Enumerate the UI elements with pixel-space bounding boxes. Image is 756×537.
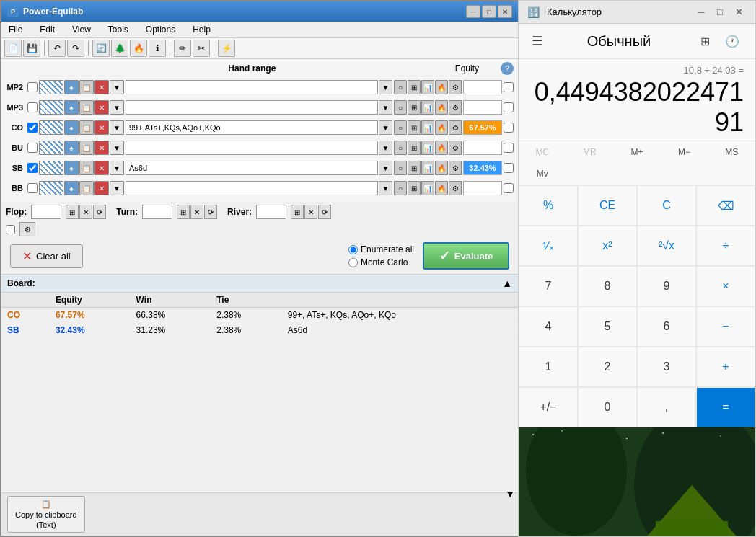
range-input-mp3[interactable]: [126, 100, 378, 115]
post-icon1-co[interactable]: ○: [394, 120, 407, 135]
post-icon1-mp2[interactable]: ○: [394, 80, 407, 94]
turn-clear-btn[interactable]: ✕: [190, 205, 203, 219]
suit-btn-bu[interactable]: ♠: [64, 141, 79, 155]
minimize-button[interactable]: ─: [466, 5, 480, 18]
suit-btn-mp2[interactable]: ♠: [64, 80, 79, 94]
range-dropdown-co[interactable]: ▼: [379, 120, 392, 135]
post-icon2-bb[interactable]: ⊞: [408, 181, 421, 195]
calc-btn-xxx[interactable]: +/−: [519, 387, 578, 427]
calc-grid-mode-btn[interactable]: ⊞: [693, 30, 716, 53]
range-dropdown-mp2[interactable]: ▼: [379, 80, 392, 94]
maximize-button[interactable]: □: [482, 5, 496, 18]
post-icon4-mp3[interactable]: 🔥: [435, 100, 448, 115]
calc-btn-x[interactable]: ×: [696, 266, 755, 306]
calc-btn-1[interactable]: 1: [519, 347, 578, 387]
copy-range-btn-sb[interactable]: 📋: [79, 161, 94, 175]
range-input-bb[interactable]: [126, 181, 378, 195]
post-icon4-mp2[interactable]: 🔥: [435, 80, 448, 94]
menu-view[interactable]: View: [68, 23, 95, 36]
delete-btn-mp3[interactable]: ✕: [94, 100, 109, 115]
delete-btn-co[interactable]: ✕: [94, 120, 109, 135]
post-icon5-bu[interactable]: ⚙: [449, 141, 462, 155]
post-icon1-sb[interactable]: ○: [394, 161, 407, 175]
calc-btn-x[interactable]: ⌫: [696, 185, 755, 226]
player-check-bb[interactable]: [27, 183, 38, 193]
close-button[interactable]: ✕: [498, 5, 512, 18]
calc-btn-7[interactable]: 7: [519, 266, 578, 306]
range-dropdown-bu[interactable]: ▼: [379, 141, 392, 155]
toolbar-pencil[interactable]: ✏: [174, 40, 191, 57]
river-grid-btn[interactable]: ⊞: [291, 205, 304, 219]
flop-input[interactable]: [31, 205, 61, 219]
post-icon3-bb[interactable]: 📊: [421, 181, 434, 195]
range-grid-btn-co[interactable]: [39, 120, 63, 135]
options-checkbox[interactable]: [6, 225, 15, 234]
post-icon3-mp3[interactable]: 📊: [421, 100, 434, 115]
toolbar-tree[interactable]: 🌲: [111, 40, 128, 57]
calc-btn-3[interactable]: 3: [637, 347, 696, 387]
arrow-btn-co[interactable]: ▼: [110, 120, 124, 135]
range-dropdown-mp3[interactable]: ▼: [379, 100, 392, 115]
calc-btn-4[interactable]: 4: [519, 306, 578, 347]
calc-ms-btn[interactable]: MS: [708, 141, 755, 163]
calc-btn-9[interactable]: 9: [637, 266, 696, 306]
suit-btn-mp3[interactable]: ♠: [64, 100, 79, 115]
flop-clear-btn[interactable]: ✕: [79, 205, 92, 219]
suit-btn-sb[interactable]: ♠: [64, 161, 79, 175]
calc-history-btn[interactable]: 🕐: [721, 30, 744, 53]
arrow-btn-mp2[interactable]: ▼: [110, 80, 124, 94]
evaluate-button[interactable]: ✓ Evaluate: [423, 242, 509, 270]
calc-btn-xxx[interactable]: ²√x: [637, 226, 696, 266]
delete-btn-bb[interactable]: ✕: [94, 181, 109, 195]
toolbar-redo[interactable]: ↷: [67, 40, 84, 57]
clear-all-button[interactable]: ✕ Clear all: [10, 244, 83, 268]
scroll-down-btn[interactable]: ▼: [505, 488, 515, 492]
toolbar-undo[interactable]: ↶: [48, 40, 66, 57]
calc-btn-x[interactable]: =: [696, 387, 755, 427]
menu-tools[interactable]: Tools: [104, 23, 133, 36]
calc-minimize-btn[interactable]: ─: [693, 4, 709, 20]
calc-mc-btn[interactable]: MC: [519, 141, 566, 163]
toolbar-new[interactable]: 📄: [4, 40, 22, 57]
player-check-sb[interactable]: [27, 163, 38, 173]
calc-btn-xx[interactable]: x²: [578, 226, 637, 266]
range-input-sb[interactable]: [126, 161, 378, 175]
post-icon2-sb[interactable]: ⊞: [408, 161, 421, 175]
calc-btn-x[interactable]: −: [696, 306, 755, 347]
end-check-mp3[interactable]: [504, 102, 514, 112]
end-check-co[interactable]: [504, 123, 514, 133]
player-check-co[interactable]: [27, 123, 38, 133]
copy-range-btn-mp3[interactable]: 📋: [79, 100, 94, 115]
calc-mplus-btn[interactable]: M+: [613, 141, 661, 163]
toolbar-save[interactable]: 💾: [23, 40, 40, 57]
menu-options[interactable]: Options: [141, 23, 180, 36]
results-scroll[interactable]: Equity Win Tie CO 67.57% 66.38% 2.38% 99…: [1, 293, 518, 492]
range-grid-btn-mp3[interactable]: [39, 100, 63, 115]
player-check-bu[interactable]: [27, 143, 38, 153]
copy-range-btn-bu[interactable]: 📋: [79, 141, 94, 155]
post-icon5-co[interactable]: ⚙: [449, 120, 462, 135]
help-button[interactable]: ?: [501, 62, 514, 75]
toolbar-info[interactable]: ℹ: [149, 40, 166, 57]
scroll-up-btn[interactable]: ▲: [502, 278, 512, 289]
post-icon5-sb[interactable]: ⚙: [449, 161, 462, 175]
turn-random-btn[interactable]: ⟳: [204, 205, 217, 219]
suit-btn-bb[interactable]: ♠: [64, 181, 79, 195]
post-icon5-mp3[interactable]: ⚙: [449, 100, 462, 115]
post-icon3-bu[interactable]: 📊: [421, 141, 434, 155]
toolbar-eraser[interactable]: ✂: [193, 40, 210, 57]
river-clear-btn[interactable]: ✕: [304, 205, 317, 219]
range-input-bu[interactable]: [126, 141, 378, 155]
calc-btn-x[interactable]: ÷: [696, 226, 755, 266]
copy-range-btn-bb[interactable]: 📋: [79, 181, 94, 195]
post-icon5-mp2[interactable]: ⚙: [449, 80, 462, 94]
post-icon2-bu[interactable]: ⊞: [408, 141, 421, 155]
calc-btn-2[interactable]: 2: [578, 347, 637, 387]
suit-btn-co[interactable]: ♠: [64, 120, 79, 135]
arrow-btn-bu[interactable]: ▼: [110, 141, 124, 155]
calc-mr-btn[interactable]: MR: [566, 141, 614, 163]
calc-btn-x[interactable]: %: [519, 185, 578, 226]
end-check-bu[interactable]: [504, 143, 514, 153]
range-grid-btn-sb[interactable]: [39, 161, 63, 175]
menu-file[interactable]: File: [4, 23, 27, 36]
